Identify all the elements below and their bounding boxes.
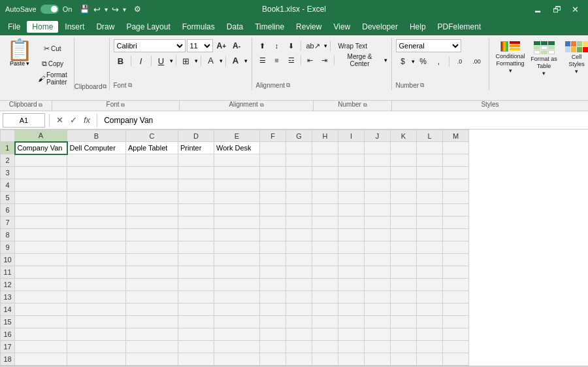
table-row[interactable] — [178, 167, 214, 179]
table-row[interactable] — [443, 291, 469, 304]
table-row[interactable] — [214, 279, 260, 291]
table-row[interactable] — [417, 328, 443, 341]
table-row[interactable] — [286, 179, 312, 192]
save-icon[interactable]: 💾 — [80, 5, 90, 14]
font-size-select[interactable]: 11 — [187, 39, 213, 52]
table-row[interactable] — [443, 353, 469, 366]
merge-dropdown-icon[interactable]: ▾ — [384, 57, 387, 63]
table-row[interactable] — [178, 328, 214, 341]
table-row[interactable] — [338, 154, 365, 167]
table-row[interactable] — [178, 266, 214, 279]
table-row[interactable] — [126, 192, 178, 204]
table-row[interactable] — [67, 229, 126, 241]
table-row[interactable] — [214, 154, 260, 167]
col-header-M[interactable]: M — [443, 130, 469, 142]
paste-dropdown[interactable]: Paste ▾ — [10, 60, 29, 67]
table-row[interactable] — [312, 217, 338, 229]
menu-help[interactable]: Help — [404, 21, 431, 33]
table-row[interactable] — [15, 304, 67, 316]
table-row[interactable] — [365, 254, 391, 266]
paste-button[interactable]: 📋 — [7, 39, 33, 60]
table-row[interactable] — [67, 167, 126, 179]
table-row[interactable] — [260, 167, 286, 179]
table-row[interactable] — [260, 254, 286, 266]
table-row[interactable] — [391, 154, 417, 167]
menu-data[interactable]: Data — [221, 21, 248, 33]
table-row[interactable] — [178, 229, 214, 241]
align-center-button[interactable]: ≡ — [270, 54, 284, 67]
table-row[interactable] — [126, 341, 178, 353]
table-row[interactable] — [312, 316, 338, 328]
minimize-button[interactable]: 🗕 — [530, 3, 546, 16]
table-row[interactable] — [312, 167, 338, 179]
table-row[interactable] — [312, 291, 338, 304]
table-row[interactable] — [260, 154, 286, 167]
menu-insert[interactable]: Insert — [59, 21, 90, 33]
row-number-17[interactable]: 17 — [1, 341, 15, 353]
cut-button[interactable]: ✂ Cut — [35, 42, 70, 55]
table-row[interactable] — [443, 241, 469, 254]
redo-icon[interactable]: ↪ — [112, 5, 119, 14]
formula-confirm-button[interactable]: ✓ — [67, 114, 80, 126]
table-row[interactable] — [443, 316, 469, 328]
table-row[interactable] — [126, 316, 178, 328]
table-row[interactable] — [312, 192, 338, 204]
table-row[interactable] — [67, 353, 126, 366]
table-row[interactable] — [67, 304, 126, 316]
table-row[interactable] — [391, 167, 417, 179]
decimal-increase-button[interactable]: .0 — [452, 55, 468, 68]
table-row[interactable] — [365, 266, 391, 279]
table-row[interactable] — [391, 279, 417, 291]
table-row[interactable] — [67, 266, 126, 279]
table-row[interactable] — [15, 241, 67, 254]
col-header-H[interactable]: H — [312, 130, 338, 142]
table-row[interactable] — [126, 266, 178, 279]
autosave-toggle[interactable] — [41, 5, 59, 14]
table-row[interactable] — [338, 241, 365, 254]
font-expand-small[interactable]: ⧉ — [121, 102, 125, 108]
table-row[interactable] — [391, 341, 417, 353]
table-row[interactable] — [214, 266, 260, 279]
table-row[interactable] — [15, 316, 67, 328]
cell-reference-input[interactable] — [3, 113, 45, 128]
table-row[interactable] — [338, 353, 365, 366]
row-number-5[interactable]: 5 — [1, 192, 15, 204]
table-row[interactable] — [214, 304, 260, 316]
table-row[interactable] — [391, 291, 417, 304]
table-row[interactable] — [67, 279, 126, 291]
table-row[interactable]: Printer — [178, 142, 214, 154]
close-button[interactable]: ✕ — [568, 3, 583, 16]
row-number-7[interactable]: 7 — [1, 217, 15, 229]
more-tools-icon[interactable]: ▾ — [123, 6, 126, 13]
table-row[interactable] — [286, 241, 312, 254]
table-row[interactable] — [126, 241, 178, 254]
table-row[interactable] — [312, 304, 338, 316]
table-row[interactable] — [443, 204, 469, 217]
table-row[interactable]: Dell Computer — [67, 142, 126, 154]
row-number-1[interactable]: 1 — [1, 142, 15, 154]
table-row[interactable] — [312, 266, 338, 279]
table-row[interactable] — [391, 142, 417, 154]
table-row[interactable] — [417, 192, 443, 204]
number-expand-icon[interactable]: ⧉ — [420, 82, 424, 89]
row-number-13[interactable]: 13 — [1, 291, 15, 304]
col-header-L[interactable]: L — [417, 130, 443, 142]
table-row[interactable] — [391, 254, 417, 266]
table-row[interactable] — [443, 167, 469, 179]
table-row[interactable] — [286, 353, 312, 366]
table-row[interactable] — [178, 254, 214, 266]
table-row[interactable] — [178, 341, 214, 353]
decrease-font-button[interactable]: A- — [230, 39, 243, 52]
table-row[interactable] — [391, 217, 417, 229]
align-left-button[interactable]: ☰ — [256, 54, 269, 67]
table-row[interactable] — [391, 316, 417, 328]
table-row[interactable] — [214, 328, 260, 341]
clipboard-expand-small[interactable]: ⧉ — [39, 102, 42, 108]
menu-developer[interactable]: Developer — [357, 21, 403, 33]
alignment-expand-icon[interactable]: ⧉ — [286, 82, 290, 89]
undo-icon[interactable]: ↩ — [93, 5, 101, 14]
table-row[interactable] — [178, 241, 214, 254]
table-row[interactable] — [178, 204, 214, 217]
table-row[interactable] — [443, 179, 469, 192]
table-row[interactable] — [365, 328, 391, 341]
